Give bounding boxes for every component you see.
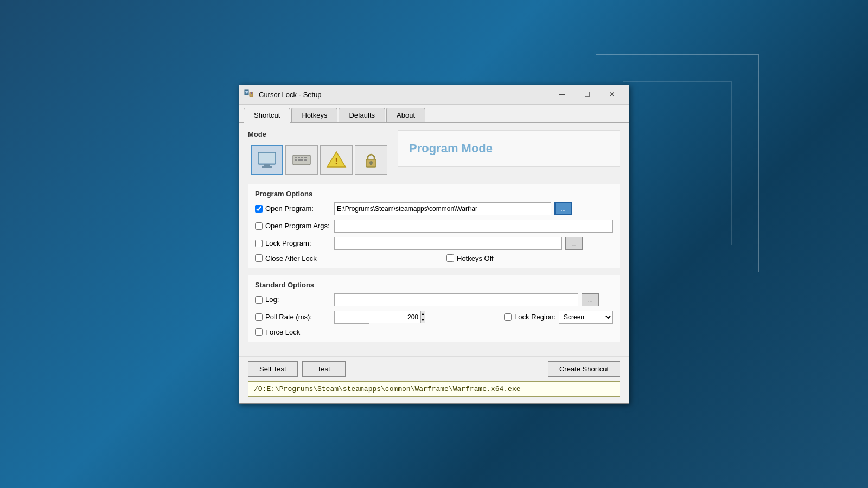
svg-rect-5 <box>259 153 275 163</box>
poll-rate-down-arrow[interactable]: ▼ <box>420 317 425 323</box>
mode-icons: ! <box>251 145 387 175</box>
open-program-args-row: Open Program Args: <box>255 220 613 233</box>
poll-rate-label: Poll Rate (ms): <box>265 313 312 321</box>
poll-rate-spinbox[interactable]: ▲ ▼ <box>334 311 369 324</box>
tab-hotkeys[interactable]: Hotkeys <box>291 108 337 122</box>
force-lock-row: Force Lock <box>255 328 613 336</box>
program-options-section: Program Options Open Program: ... Open P… <box>248 184 620 268</box>
svg-rect-7 <box>262 166 272 168</box>
lock-region-checkbox[interactable] <box>504 313 512 321</box>
mode-screen-button[interactable] <box>251 145 283 175</box>
create-shortcut-button[interactable]: Create Shortcut <box>548 361 620 377</box>
svg-rect-6 <box>264 164 270 166</box>
lock-program-browse-button[interactable]: ... <box>565 237 583 250</box>
force-lock-label: Force Lock <box>265 328 300 336</box>
window-controls: — ☐ ✕ <box>550 88 624 101</box>
lock-program-input[interactable] <box>334 237 562 250</box>
open-program-input[interactable] <box>334 202 551 215</box>
close-after-lock-checkbox[interactable] <box>255 254 263 262</box>
open-program-checkbox-label[interactable]: Open Program: <box>255 204 331 213</box>
svg-rect-12 <box>304 157 307 158</box>
lock-region-checkbox-label[interactable]: Lock Region: <box>504 313 556 321</box>
minimize-button[interactable]: — <box>550 88 575 101</box>
log-row: Log: ... <box>255 293 613 306</box>
title-bar: Cursor Lock - Setup — ☐ ✕ <box>239 85 629 105</box>
hotkeys-off-label: Hotkeys Off <box>457 254 494 262</box>
maximize-button[interactable]: ☐ <box>575 88 599 101</box>
poll-rate-up-arrow[interactable]: ▲ <box>420 311 425 318</box>
mode-icons-container: ! <box>248 143 390 177</box>
lock-program-label: Lock Program: <box>265 239 311 247</box>
hotkeys-off-checkbox-label[interactable]: Hotkeys Off <box>446 254 522 262</box>
open-program-args-label: Open Program Args: <box>265 222 330 230</box>
force-lock-checkbox[interactable] <box>255 328 263 336</box>
log-label: Log: <box>265 296 279 304</box>
open-program-checkbox[interactable] <box>255 205 263 213</box>
open-program-args-checkbox-label[interactable]: Open Program Args: <box>255 222 331 230</box>
svg-rect-13 <box>295 159 297 161</box>
mode-label: Mode <box>248 130 390 138</box>
open-program-label: Open Program: <box>265 204 314 213</box>
svg-rect-11 <box>301 157 303 158</box>
app-icon <box>244 89 254 100</box>
self-test-button[interactable]: Self Test <box>248 361 298 377</box>
mode-lock-button[interactable] <box>355 145 387 175</box>
tab-about[interactable]: About <box>386 108 425 122</box>
program-options-label: Program Options <box>255 190 613 198</box>
poll-lock-region-row: Poll Rate (ms): ▲ ▼ Lock Region: Screen <box>255 311 613 324</box>
open-program-args-checkbox[interactable] <box>255 222 263 230</box>
log-browse-button[interactable]: ... <box>582 293 599 306</box>
close-after-lock-checkbox-label[interactable]: Close After Lock <box>255 254 331 262</box>
main-window: Cursor Lock - Setup — ☐ ✕ Shortcut Hotke… <box>239 85 629 404</box>
hotkeys-off-checkbox[interactable] <box>446 254 454 262</box>
standard-options-section: Standard Options Log: ... Poll Rate (ms)… <box>248 275 620 342</box>
poll-rate-input[interactable] <box>335 311 420 323</box>
svg-rect-15 <box>304 159 307 161</box>
poll-rate-arrows: ▲ ▼ <box>420 311 425 323</box>
close-after-lock-label: Close After Lock <box>265 254 317 262</box>
close-hotkeys-row: Close After Lock Hotkeys Off <box>255 254 613 262</box>
tab-defaults[interactable]: Defaults <box>339 108 385 122</box>
lock-program-checkbox-label[interactable]: Lock Program: <box>255 239 331 247</box>
poll-rate-checkbox[interactable] <box>255 313 263 321</box>
svg-rect-14 <box>298 159 303 161</box>
main-content: Mode <box>239 123 629 356</box>
open-program-args-input[interactable] <box>334 220 613 233</box>
log-input[interactable] <box>334 293 578 306</box>
tab-shortcut[interactable]: Shortcut <box>244 108 290 123</box>
svg-rect-10 <box>298 157 300 158</box>
log-checkbox-label[interactable]: Log: <box>255 296 331 304</box>
command-output-display: /O:E:\Progrums\Steam\steamapps\common\Wa… <box>248 381 620 397</box>
open-program-row: Open Program: ... <box>255 202 613 215</box>
mode-keyboard-button[interactable] <box>285 145 318 175</box>
svg-rect-9 <box>295 157 297 158</box>
svg-rect-3 <box>251 92 252 94</box>
lock-program-row: Lock Program: ... <box>255 237 613 250</box>
left-buttons: Self Test Test <box>248 361 346 377</box>
lock-region-label: Lock Region: <box>514 313 556 321</box>
test-button[interactable]: Test <box>302 361 346 377</box>
program-mode-display: Program Mode <box>398 130 620 167</box>
mode-warning-button[interactable]: ! <box>320 145 353 175</box>
bottom-bar: Self Test Test Create Shortcut <box>239 356 629 381</box>
svg-text:!: ! <box>335 157 337 166</box>
force-lock-checkbox-label[interactable]: Force Lock <box>255 328 331 336</box>
lock-region-dropdown[interactable]: Screen Window Custom <box>559 311 613 324</box>
lock-program-checkbox[interactable] <box>255 240 263 247</box>
svg-rect-20 <box>370 163 372 165</box>
standard-options-label: Standard Options <box>255 281 613 289</box>
poll-rate-checkbox-label[interactable]: Poll Rate (ms): <box>255 313 331 321</box>
window-title: Cursor Lock - Setup <box>259 91 550 99</box>
mode-section: Mode <box>248 130 390 177</box>
close-button[interactable]: ✕ <box>599 88 624 101</box>
tab-bar: Shortcut Hotkeys Defaults About <box>239 105 629 123</box>
open-program-browse-button[interactable]: ... <box>554 202 572 215</box>
log-checkbox[interactable] <box>255 296 263 304</box>
